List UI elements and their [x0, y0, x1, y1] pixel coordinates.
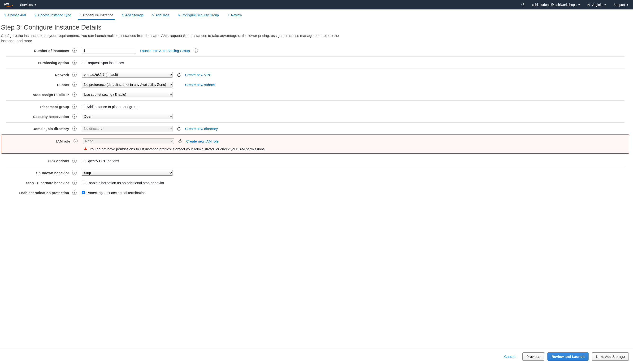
info-icon[interactable]: i: [194, 48, 198, 53]
info-icon[interactable]: i: [72, 72, 76, 77]
request-spot-checkbox[interactable]: [82, 61, 85, 64]
divider: [6, 154, 624, 155]
placement-group-checkbox[interactable]: [82, 105, 85, 108]
capacity-reservation-label: Capacity Reservation: [0, 115, 71, 119]
auto-assign-ip-label: Auto-assign Public IP: [0, 93, 71, 97]
number-of-instances-label: Number of instances: [0, 49, 71, 53]
tab-add-tags[interactable]: 5. Add Tags: [150, 12, 171, 20]
tab-configure-instance[interactable]: 3. Configure Instance: [78, 12, 114, 20]
warning-icon: [84, 147, 87, 151]
info-icon[interactable]: i: [74, 139, 78, 143]
termination-protection-label: Enable termination protection: [0, 191, 71, 195]
network-select[interactable]: vpc-ad2c8fd7 (default): [82, 72, 173, 78]
refresh-icon[interactable]: [176, 126, 181, 131]
info-icon[interactable]: i: [72, 126, 76, 131]
placement-group-label: Placement group: [0, 105, 71, 109]
divider: [6, 100, 624, 101]
iam-error-text: You do not have permissions to list inst…: [90, 147, 266, 151]
placement-group-checkbox-label: Add instance to placement group: [82, 105, 138, 109]
info-icon[interactable]: i: [72, 48, 76, 53]
region-menu[interactable]: N. Virginia ▼: [588, 3, 606, 6]
shutdown-behavior-label: Shutdown behavior: [0, 171, 71, 175]
tab-add-storage[interactable]: 4. Add Storage: [120, 12, 145, 20]
termination-protection-text: Protect against accidental termination: [86, 191, 146, 195]
support-menu[interactable]: Support ▼: [614, 3, 629, 6]
page-subtitle: Configure the instance to suit your requ…: [1, 33, 339, 43]
capacity-reservation-select[interactable]: Open: [82, 114, 173, 119]
stop-hibernate-text: Enable hibernation as an additional stop…: [86, 181, 164, 185]
tab-review[interactable]: 7. Review: [226, 12, 243, 20]
create-vpc-link[interactable]: Create new VPC: [185, 73, 212, 77]
row-capacity-reservation: Capacity Reservation i Open: [0, 112, 630, 122]
iam-role-label: IAM role: [1, 139, 72, 143]
tab-choose-instance-type[interactable]: 2. Choose Instance Type: [33, 12, 72, 20]
number-of-instances-input[interactable]: [82, 48, 136, 54]
chevron-down-icon: ▼: [626, 4, 629, 6]
domain-join-select[interactable]: No directory: [82, 126, 173, 132]
row-shutdown-behavior: Shutdown behavior i Stop: [0, 168, 630, 178]
row-subnet: Subnet i No preference (default subnet i…: [0, 80, 630, 90]
divider: [6, 68, 624, 69]
divider: [6, 56, 624, 57]
region-menu-label: N. Virginia: [588, 3, 602, 6]
svg-text:aws: aws: [4, 2, 9, 5]
cpu-options-text: Specify CPU options: [86, 159, 119, 163]
info-icon[interactable]: i: [72, 92, 76, 97]
network-label: Network: [0, 73, 71, 77]
cpu-options-label: CPU options: [0, 159, 71, 163]
row-number-of-instances: Number of instances i Launch into Auto S…: [0, 46, 630, 56]
launch-asg-link[interactable]: Launch into Auto Scaling Group: [140, 49, 190, 53]
termination-protection-checkbox-label: Protect against accidental termination: [82, 191, 146, 195]
row-domain-join: Domain join directory i No directory Cre…: [0, 124, 630, 134]
page-header: Step 3: Configure Instance Details Confi…: [0, 20, 630, 46]
refresh-icon[interactable]: [178, 139, 182, 144]
request-spot-checkbox-label: Request Spot instances: [82, 61, 124, 65]
services-menu-label: Services: [20, 3, 33, 6]
page-title: Step 3: Configure Instance Details: [1, 24, 629, 31]
account-menu-label: cshl.student @ cshlworkshops: [532, 3, 576, 6]
stop-hibernate-checkbox[interactable]: [82, 181, 85, 184]
subnet-select[interactable]: No preference (default subnet in any Ava…: [82, 82, 173, 88]
info-icon[interactable]: i: [72, 60, 76, 65]
aws-logo[interactable]: aws: [4, 2, 13, 7]
services-menu[interactable]: Services ▼: [20, 3, 37, 6]
create-subnet-link[interactable]: Create new subnet: [185, 83, 215, 87]
row-stop-hibernate: Stop - Hibernate behavior i Enable hiber…: [0, 178, 630, 188]
iam-role-error-box: IAM role i None Create new IAM role You …: [1, 134, 629, 154]
request-spot-text: Request Spot instances: [86, 61, 124, 65]
navbar-right: cshl.student @ cshlworkshops ▼ N. Virgin…: [520, 2, 629, 7]
cpu-options-checkbox[interactable]: [82, 159, 85, 162]
info-icon[interactable]: i: [72, 104, 76, 109]
shutdown-behavior-select[interactable]: Stop: [82, 170, 173, 176]
tab-choose-ami[interactable]: 1. Choose AMI: [3, 12, 28, 20]
divider: [6, 122, 624, 123]
row-iam-role: IAM role i None Create new IAM role: [1, 136, 629, 146]
info-icon[interactable]: i: [72, 180, 76, 185]
subnet-label: Subnet: [0, 83, 71, 87]
placement-group-text: Add instance to placement group: [86, 105, 138, 109]
support-menu-label: Support: [614, 3, 625, 6]
purchasing-option-label: Purchasing option: [0, 61, 71, 65]
account-menu[interactable]: cshl.student @ cshlworkshops ▼: [532, 3, 580, 6]
notifications-icon[interactable]: [520, 2, 525, 7]
info-icon[interactable]: i: [72, 82, 76, 87]
stop-hibernate-checkbox-label: Enable hibernation as an additional stop…: [82, 181, 164, 185]
info-icon[interactable]: i: [72, 158, 76, 163]
create-iam-role-link[interactable]: Create new IAM role: [186, 139, 219, 143]
wizard-tabs: 1. Choose AMI 2. Choose Instance Type 3.…: [0, 10, 630, 20]
iam-role-select[interactable]: None: [83, 138, 174, 144]
termination-protection-checkbox[interactable]: [82, 191, 85, 194]
auto-assign-ip-select[interactable]: Use subnet setting (Enable): [82, 92, 173, 98]
info-icon[interactable]: i: [72, 171, 76, 175]
chevron-down-icon: ▼: [578, 4, 580, 6]
cpu-options-checkbox-label: Specify CPU options: [82, 159, 119, 163]
refresh-icon[interactable]: [176, 72, 181, 77]
chevron-down-icon: ▼: [604, 4, 606, 6]
configure-form: Number of instances i Launch into Auto S…: [0, 46, 630, 198]
tab-security-group[interactable]: 6. Configure Security Group: [176, 12, 220, 20]
info-icon[interactable]: i: [72, 190, 76, 195]
content-area: 1. Choose AMI 2. Choose Instance Type 3.…: [0, 10, 633, 350]
info-icon[interactable]: i: [72, 114, 76, 119]
top-navbar: aws Services ▼ cshl.student @ cshlworksh…: [0, 0, 633, 10]
create-directory-link[interactable]: Create new directory: [185, 127, 218, 131]
